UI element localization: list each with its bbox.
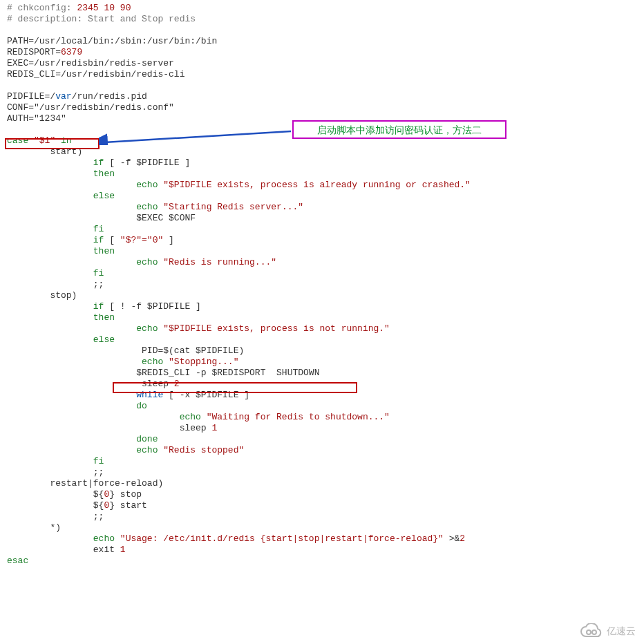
code-line: PATH=/usr/local/bin:/sbin:/usr/bin:/bin — [7, 36, 217, 46]
code-kw: then — [7, 312, 115, 323]
code-kw: echo — [7, 412, 207, 422]
code-string: "$PIDFILE exists, process is already run… — [163, 180, 471, 190]
code-string: "Usage: /etc/init.d/redis {start|stop|re… — [120, 533, 444, 544]
code-kw: else — [7, 334, 115, 345]
code-line: restart|force-reload) — [7, 478, 163, 489]
code-string: "$PIDFILE exists, process is not running… — [163, 323, 390, 334]
code-line: } start — [109, 500, 147, 511]
code-kw: esac — [7, 556, 28, 566]
svg-point-2 — [587, 630, 591, 634]
code-line: $REDIS_CLI -p $REDISPORT SHUTDOWN — [7, 368, 319, 378]
code-numbers: 2345 10 90 — [77, 3, 131, 13]
annotation-text: 启动脚本中添加访问密码认证，方法二 — [317, 124, 482, 135]
code-string: "Starting Redis server..." — [163, 202, 303, 212]
code-kw: echo — [7, 180, 163, 190]
code-line: CONF="/usr/redisbin/redis.conf" — [7, 102, 174, 113]
code-kw: then — [7, 169, 115, 179]
code-line: PID=$(cat $PIDFILE) — [7, 345, 244, 356]
watermark: 亿速云 — [579, 623, 636, 638]
watermark-text: 亿速云 — [607, 625, 636, 636]
code-line: [ ! -f $PIDFILE ] — [104, 301, 200, 312]
code-line: AUTH="1234" — [7, 113, 66, 124]
code-line: [ — [104, 235, 120, 245]
annotation-callout: 启动脚本中添加访问密码认证，方法二 — [292, 120, 506, 139]
code-number: 2 — [460, 533, 465, 544]
code-string: "Redis is running..." — [163, 257, 276, 267]
code-line: ;; — [7, 467, 104, 477]
code-line: /run/redis.pid — [72, 91, 147, 102]
code-kw: done — [7, 434, 158, 444]
code-line: exit — [7, 544, 120, 555]
code-line: PIDFILE=/ — [7, 91, 55, 102]
code-kw: echo — [7, 323, 163, 334]
code-string: "Stopping..." — [169, 357, 238, 367]
code-kw: var — [55, 91, 71, 102]
code-line: ;; — [7, 279, 104, 290]
code-line: ${ — [7, 500, 104, 511]
code-comment: # description: Start and Stop redis — [7, 14, 196, 24]
code-kw: echo — [7, 445, 163, 455]
code-kw: then — [7, 246, 115, 256]
code-line: [ -f $PIDFILE ] — [104, 158, 190, 168]
code-kw: if — [7, 235, 104, 245]
code-number: 1 — [120, 544, 126, 555]
code-block: # chkconfig: 2345 10 90 # description: S… — [7, 3, 471, 567]
code-kw: fi — [7, 268, 104, 278]
code-number: 1 — [211, 423, 217, 433]
code-kw: echo — [7, 533, 120, 544]
highlight-box-echo — [113, 382, 357, 393]
code-screenshot: # chkconfig: 2345 10 90 # description: S… — [0, 0, 644, 644]
code-kw: fi — [7, 456, 104, 466]
code-string: "Redis stopped" — [163, 445, 244, 455]
code-kw: if — [7, 158, 104, 168]
code-kw: if — [7, 301, 104, 312]
code-line: stop) — [7, 290, 77, 301]
cloud-icon — [579, 623, 603, 638]
code-number: 6379 — [61, 47, 82, 57]
code-line: REDIS_CLI=/usr/redisbin/redis-cli — [7, 69, 184, 79]
code-kw: echo — [7, 257, 163, 267]
code-line: ;; — [7, 511, 104, 522]
code-kw: echo — [7, 357, 169, 367]
code-line: ] — [163, 235, 174, 245]
code-kw: fi — [7, 224, 104, 234]
code-comment: # chkconfig: — [7, 3, 77, 13]
code-kw: else — [7, 191, 115, 201]
code-line: REDISPORT= — [7, 47, 61, 57]
code-line: *) — [7, 522, 61, 533]
svg-point-3 — [592, 630, 596, 634]
code-line: EXEC=/usr/redisbin/redis-server — [7, 58, 174, 68]
code-string: "$?"="0" — [120, 235, 163, 245]
code-line: ${ — [7, 489, 104, 500]
code-line: } stop — [109, 489, 142, 500]
code-line: sleep — [7, 423, 211, 433]
code-string: "Waiting for Redis to shutdown..." — [207, 412, 390, 422]
highlight-box-auth — [5, 138, 100, 149]
code-kw: do — [7, 401, 147, 411]
code-kw: echo — [7, 202, 163, 212]
code-line: >& — [444, 533, 460, 544]
code-line: $EXEC $CONF — [7, 213, 196, 223]
